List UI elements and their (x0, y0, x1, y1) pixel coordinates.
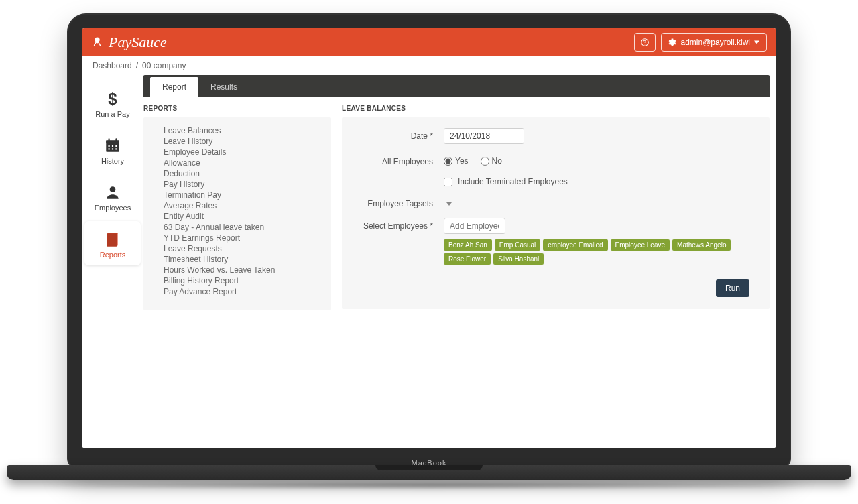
include-terminated-label: Include Terminated Employees (458, 177, 568, 186)
employee-tag[interactable]: Silva Hashani (493, 253, 544, 265)
svg-rect-6 (115, 138, 117, 141)
brand-name: PaySauce (109, 34, 167, 51)
date-input[interactable] (444, 128, 524, 144)
employee-tag[interactable]: Rose Flower (444, 253, 491, 265)
svg-rect-9 (115, 145, 117, 147)
dollar-icon: $ (104, 90, 121, 107)
report-list-item[interactable]: 63 Day - Annual leave taken (164, 222, 315, 233)
svg-rect-10 (109, 148, 110, 149)
select-employees-label: Select Employees * (350, 218, 444, 231)
tagsets-dropdown[interactable] (446, 202, 452, 206)
report-list-item[interactable]: Entity Audit (164, 211, 315, 222)
svg-rect-12 (115, 148, 117, 149)
employee-tags: Benz Ah SanEmp Casualemployee EmailedEmp… (444, 239, 757, 265)
sidebar-item-label: Reports (100, 251, 126, 259)
sidebar-item-label: Employees (95, 204, 131, 212)
tabbar: Report Results (143, 75, 770, 97)
row-all-employees: All Employees Yes No (350, 153, 757, 166)
report-list-item[interactable]: Hours Worked vs. Leave Taken (164, 265, 315, 275)
form-title: LEAVE BALANCES (342, 101, 770, 117)
sidebar-item-employees[interactable]: Employees (84, 174, 141, 218)
add-employees-input[interactable] (444, 218, 505, 234)
calendar-icon (104, 137, 121, 154)
sidebar-item-run-a-pay[interactable]: $ Run a Pay (84, 80, 141, 125)
brand-logo[interactable]: PaySauce (91, 34, 167, 51)
report-list-item[interactable]: Timesheet History (164, 254, 315, 265)
report-list-item[interactable]: Employee Details (164, 147, 315, 158)
content: $ Run a Pay History Employe (82, 75, 776, 448)
radio-no[interactable]: No (481, 156, 502, 166)
svg-rect-8 (112, 145, 113, 147)
report-list-item[interactable]: Pay Advance Report (164, 286, 315, 297)
row-select-employees: Select Employees * Benz Ah SanEmp Casual… (350, 218, 757, 265)
report-list-item[interactable]: Leave Balances (164, 125, 315, 136)
svg-rect-15 (107, 233, 117, 247)
svg-rect-7 (109, 145, 110, 147)
logo-icon (91, 36, 103, 48)
help-button[interactable] (634, 33, 656, 52)
report-icon (104, 231, 121, 248)
employee-tag[interactable]: Employee Leave (611, 239, 670, 251)
all-employees-label: All Employees (350, 153, 444, 166)
radio-yes[interactable]: Yes (444, 156, 469, 166)
reports-card: Leave BalancesLeave HistoryEmployee Deta… (143, 117, 331, 310)
report-list-item[interactable]: Termination Pay (164, 190, 315, 200)
sidebar: $ Run a Pay History Employe (82, 75, 143, 448)
gear-icon (668, 38, 676, 46)
report-list-item[interactable]: Allowance (164, 158, 315, 168)
svg-rect-11 (112, 148, 113, 149)
row-include-terminated: Include Terminated Employees (350, 176, 757, 186)
row-tagsets: Employee Tagsets (350, 196, 757, 208)
svg-rect-4 (106, 140, 119, 143)
caret-down-icon (754, 40, 759, 44)
svg-point-1 (645, 44, 646, 44)
report-list-item[interactable]: Pay History (164, 179, 315, 190)
main: Report Results REPORTS Leave BalancesLea… (143, 75, 776, 448)
report-list-item[interactable]: YTD Earnings Report (164, 233, 315, 243)
breadcrumb-current: 00 company (142, 61, 186, 70)
sidebar-item-reports[interactable]: Reports (84, 221, 141, 265)
radio-no-input[interactable] (481, 157, 489, 166)
radio-no-label: No (492, 156, 502, 166)
radio-yes-input[interactable] (444, 157, 452, 166)
report-list: Leave BalancesLeave HistoryEmployee Deta… (164, 125, 315, 297)
sidebar-item-label: History (101, 157, 124, 165)
run-button[interactable]: Run (716, 279, 749, 297)
radio-yes-label: Yes (455, 156, 469, 166)
report-list-item[interactable]: Billing History Report (164, 275, 315, 286)
user-menu-button[interactable]: admin@payroll.kiwi (661, 33, 767, 52)
person-icon (104, 184, 121, 201)
report-list-item[interactable]: Deduction (164, 168, 315, 179)
breadcrumb: Dashboard / 00 company (82, 56, 776, 75)
help-icon (640, 38, 650, 47)
tab-results[interactable]: Results (198, 77, 249, 97)
svg-rect-5 (109, 138, 110, 141)
row-date: Date * (350, 128, 757, 144)
topbar: PaySauce admin@payroll.kiwi (82, 28, 776, 56)
report-list-item[interactable]: Average Rates (164, 200, 315, 211)
device-frame: PaySauce admin@payroll.kiwi Da (67, 13, 791, 469)
date-label: Date * (350, 128, 444, 141)
svg-point-13 (110, 186, 116, 192)
employee-tag[interactable]: Mathews Angelo (672, 239, 731, 251)
run-row: Run (350, 279, 757, 297)
panels: REPORTS Leave BalancesLeave HistoryEmplo… (143, 97, 770, 448)
employee-tag[interactable]: Benz Ah San (444, 239, 492, 251)
device-hinge (7, 465, 851, 493)
sidebar-item-label: Run a Pay (95, 110, 129, 118)
report-list-item[interactable]: Leave History (164, 136, 315, 147)
include-terminated[interactable]: Include Terminated Employees (444, 176, 757, 186)
tagsets-label: Employee Tagsets (350, 196, 444, 208)
breadcrumb-root[interactable]: Dashboard (93, 61, 132, 70)
user-label: admin@payroll.kiwi (680, 38, 750, 47)
employee-tag[interactable]: Emp Casual (495, 239, 540, 251)
include-terminated-checkbox[interactable] (444, 178, 452, 186)
reports-panel: REPORTS Leave BalancesLeave HistoryEmplo… (143, 101, 331, 448)
reports-title: REPORTS (143, 101, 331, 117)
report-list-item[interactable]: Leave Requests (164, 243, 315, 254)
top-actions: admin@payroll.kiwi (634, 33, 767, 52)
employee-tag[interactable]: employee Emailed (543, 239, 607, 251)
sidebar-item-history[interactable]: History (84, 127, 141, 172)
breadcrumb-sep: / (136, 61, 138, 70)
tab-report[interactable]: Report (150, 77, 198, 97)
